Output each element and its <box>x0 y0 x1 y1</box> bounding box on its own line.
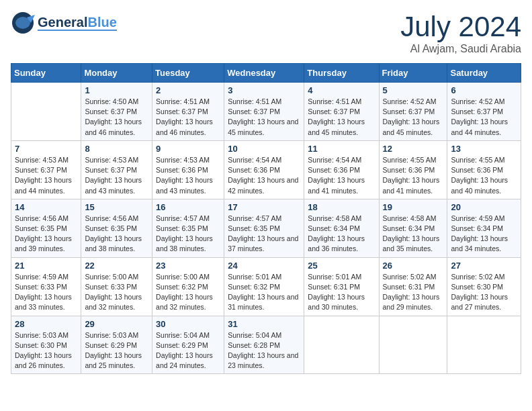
cell-info: Sunrise: 5:04 AMSunset: 6:29 PMDaylight:… <box>156 330 220 371</box>
calendar-cell: 21 Sunrise: 4:59 AMSunset: 6:33 PMDaylig… <box>11 257 81 316</box>
calendar-cell: 31 Sunrise: 5:04 AMSunset: 6:28 PMDaylig… <box>224 316 304 374</box>
day-number: 16 <box>156 202 220 212</box>
calendar-cell: 20 Sunrise: 4:59 AMSunset: 6:34 PMDaylig… <box>447 199 521 257</box>
calendar-cell: 6 Sunrise: 4:52 AMSunset: 6:37 PMDayligh… <box>447 83 521 141</box>
cell-info: Sunrise: 4:55 AMSunset: 6:36 PMDaylight:… <box>451 155 517 196</box>
day-number: 3 <box>228 85 300 95</box>
cell-info: Sunrise: 4:53 AMSunset: 6:37 PMDaylight:… <box>85 155 148 196</box>
day-number: 4 <box>308 85 375 95</box>
cell-info: Sunrise: 4:56 AMSunset: 6:35 PMDaylight:… <box>85 214 148 255</box>
day-number: 28 <box>15 319 77 329</box>
calendar-cell: 26 Sunrise: 5:02 AMSunset: 6:31 PMDaylig… <box>379 257 447 316</box>
cell-info: Sunrise: 4:59 AMSunset: 6:33 PMDaylight:… <box>15 272 77 313</box>
calendar-cell: 7 Sunrise: 4:53 AMSunset: 6:37 PMDayligh… <box>11 140 81 199</box>
cell-info: Sunrise: 5:02 AMSunset: 6:31 PMDaylight:… <box>383 272 444 313</box>
day-number: 5 <box>383 85 444 95</box>
cell-info: Sunrise: 5:01 AMSunset: 6:31 PMDaylight:… <box>308 272 375 313</box>
cell-info: Sunrise: 5:04 AMSunset: 6:28 PMDaylight:… <box>228 330 300 371</box>
day-number: 15 <box>85 202 148 212</box>
cell-info: Sunrise: 5:01 AMSunset: 6:32 PMDaylight:… <box>228 272 300 313</box>
day-number: 23 <box>156 261 220 271</box>
day-number: 30 <box>156 319 220 329</box>
week-row-1: 1 Sunrise: 4:50 AMSunset: 6:37 PMDayligh… <box>11 83 521 141</box>
cell-info: Sunrise: 4:58 AMSunset: 6:34 PMDaylight:… <box>308 214 375 255</box>
cell-info: Sunrise: 4:59 AMSunset: 6:34 PMDaylight:… <box>451 214 517 255</box>
day-number: 22 <box>85 261 148 271</box>
cell-info: Sunrise: 5:02 AMSunset: 6:30 PMDaylight:… <box>451 272 517 313</box>
calendar-cell: 24 Sunrise: 5:01 AMSunset: 6:32 PMDaylig… <box>224 257 304 316</box>
cell-info: Sunrise: 4:55 AMSunset: 6:36 PMDaylight:… <box>383 155 444 196</box>
calendar-table: SundayMondayTuesdayWednesdayThursdayFrid… <box>11 63 521 374</box>
calendar-cell <box>11 83 81 141</box>
cell-info: Sunrise: 4:54 AMSunset: 6:36 PMDaylight:… <box>308 155 375 196</box>
cell-info: Sunrise: 4:56 AMSunset: 6:35 PMDaylight:… <box>15 214 77 255</box>
cell-info: Sunrise: 5:03 AMSunset: 6:30 PMDaylight:… <box>15 330 77 371</box>
calendar-cell: 2 Sunrise: 4:51 AMSunset: 6:37 PMDayligh… <box>152 83 224 141</box>
cell-info: Sunrise: 4:57 AMSunset: 6:35 PMDaylight:… <box>156 214 220 255</box>
day-number: 20 <box>451 202 517 212</box>
cell-info: Sunrise: 4:51 AMSunset: 6:37 PMDaylight:… <box>156 97 220 138</box>
header-row: SundayMondayTuesdayWednesdayThursdayFrid… <box>11 64 521 83</box>
calendar-cell <box>447 316 521 374</box>
calendar-cell: 27 Sunrise: 5:02 AMSunset: 6:30 PMDaylig… <box>447 257 521 316</box>
col-header-thursday: Thursday <box>304 64 379 83</box>
cell-info: Sunrise: 4:58 AMSunset: 6:34 PMDaylight:… <box>383 214 444 255</box>
month-title: July 2024 <box>400 11 521 43</box>
calendar-cell: 10 Sunrise: 4:54 AMSunset: 6:36 PMDaylig… <box>224 140 304 199</box>
col-header-friday: Friday <box>379 64 447 83</box>
col-header-tuesday: Tuesday <box>152 64 224 83</box>
cell-info: Sunrise: 5:03 AMSunset: 6:29 PMDaylight:… <box>85 330 148 371</box>
logo: GeneralBlue <box>11 11 117 35</box>
page-header: GeneralBlue July 2024 Al Awjam, Saudi Ar… <box>11 11 521 55</box>
day-number: 29 <box>85 319 148 329</box>
calendar-cell: 1 Sunrise: 4:50 AMSunset: 6:37 PMDayligh… <box>81 83 152 141</box>
col-header-wednesday: Wednesday <box>224 64 304 83</box>
cell-info: Sunrise: 4:52 AMSunset: 6:37 PMDaylight:… <box>451 97 517 138</box>
day-number: 13 <box>451 144 517 154</box>
day-number: 10 <box>228 144 300 154</box>
day-number: 26 <box>383 261 444 271</box>
calendar-cell: 14 Sunrise: 4:56 AMSunset: 6:35 PMDaylig… <box>11 199 81 257</box>
calendar-cell: 30 Sunrise: 5:04 AMSunset: 6:29 PMDaylig… <box>152 316 224 374</box>
cell-info: Sunrise: 4:52 AMSunset: 6:37 PMDaylight:… <box>383 97 444 138</box>
day-number: 9 <box>156 144 220 154</box>
calendar-cell: 28 Sunrise: 5:03 AMSunset: 6:30 PMDaylig… <box>11 316 81 374</box>
day-number: 27 <box>451 261 517 271</box>
cell-info: Sunrise: 4:53 AMSunset: 6:36 PMDaylight:… <box>156 155 220 196</box>
calendar-cell: 13 Sunrise: 4:55 AMSunset: 6:36 PMDaylig… <box>447 140 521 199</box>
day-number: 12 <box>383 144 444 154</box>
week-row-2: 7 Sunrise: 4:53 AMSunset: 6:37 PMDayligh… <box>11 140 521 199</box>
calendar-cell: 11 Sunrise: 4:54 AMSunset: 6:36 PMDaylig… <box>304 140 379 199</box>
col-header-monday: Monday <box>81 64 152 83</box>
day-number: 24 <box>228 261 300 271</box>
day-number: 11 <box>308 144 375 154</box>
calendar-cell: 3 Sunrise: 4:51 AMSunset: 6:37 PMDayligh… <box>224 83 304 141</box>
day-number: 6 <box>451 85 517 95</box>
calendar-cell: 18 Sunrise: 4:58 AMSunset: 6:34 PMDaylig… <box>304 199 379 257</box>
cell-info: Sunrise: 4:50 AMSunset: 6:37 PMDaylight:… <box>85 97 148 138</box>
calendar-cell: 22 Sunrise: 5:00 AMSunset: 6:33 PMDaylig… <box>81 257 152 316</box>
cell-info: Sunrise: 5:00 AMSunset: 6:33 PMDaylight:… <box>85 272 148 313</box>
week-row-3: 14 Sunrise: 4:56 AMSunset: 6:35 PMDaylig… <box>11 199 521 257</box>
calendar-cell: 16 Sunrise: 4:57 AMSunset: 6:35 PMDaylig… <box>152 199 224 257</box>
calendar-cell: 4 Sunrise: 4:51 AMSunset: 6:37 PMDayligh… <box>304 83 379 141</box>
calendar-cell: 17 Sunrise: 4:57 AMSunset: 6:35 PMDaylig… <box>224 199 304 257</box>
cell-info: Sunrise: 4:54 AMSunset: 6:36 PMDaylight:… <box>228 155 300 196</box>
location: Al Awjam, Saudi Arabia <box>400 43 521 55</box>
day-number: 17 <box>228 202 300 212</box>
cell-info: Sunrise: 4:57 AMSunset: 6:35 PMDaylight:… <box>228 214 300 255</box>
day-number: 21 <box>15 261 77 271</box>
calendar-cell: 9 Sunrise: 4:53 AMSunset: 6:36 PMDayligh… <box>152 140 224 199</box>
calendar-cell: 23 Sunrise: 5:00 AMSunset: 6:32 PMDaylig… <box>152 257 224 316</box>
day-number: 18 <box>308 202 375 212</box>
cell-info: Sunrise: 5:00 AMSunset: 6:32 PMDaylight:… <box>156 272 220 313</box>
day-number: 31 <box>228 319 300 329</box>
day-number: 19 <box>383 202 444 212</box>
col-header-sunday: Sunday <box>11 64 81 83</box>
col-header-saturday: Saturday <box>447 64 521 83</box>
title-block: July 2024 Al Awjam, Saudi Arabia <box>400 11 521 55</box>
cell-info: Sunrise: 4:53 AMSunset: 6:37 PMDaylight:… <box>15 155 77 196</box>
week-row-4: 21 Sunrise: 4:59 AMSunset: 6:33 PMDaylig… <box>11 257 521 316</box>
day-number: 1 <box>85 85 148 95</box>
day-number: 7 <box>15 144 77 154</box>
